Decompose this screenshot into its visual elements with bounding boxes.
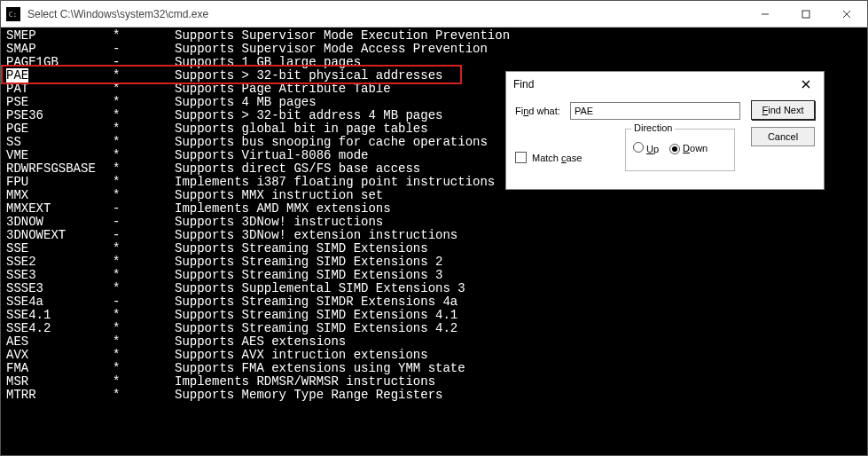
terminal-row: MMX*Supports MMX instruction set bbox=[6, 189, 862, 202]
match-case-option[interactable]: Match case bbox=[515, 152, 582, 163]
terminal-row: PAGE1GB-Supports 1 GB large pages bbox=[6, 56, 862, 69]
terminal-row: SSE2*Supports Streaming SIMD Extensions … bbox=[6, 256, 862, 269]
match-case-label: Match case bbox=[532, 153, 582, 163]
find-close-button[interactable] bbox=[795, 75, 817, 93]
find-titlebar[interactable]: Find bbox=[506, 72, 824, 97]
terminal-row: SSE4.1*Supports Streaming SIMD Extension… bbox=[6, 309, 862, 322]
minimize-button[interactable] bbox=[745, 1, 786, 27]
close-button[interactable] bbox=[826, 1, 867, 27]
direction-group: Direction Up Down bbox=[625, 129, 735, 171]
find-input[interactable] bbox=[570, 102, 740, 120]
find-next-button[interactable]: Find Next bbox=[751, 100, 815, 120]
terminal-row: SSSE3*Supports Supplemental SIMD Extensi… bbox=[6, 282, 862, 295]
terminal-row: SMEP*Supports Supervisor Mode Execution … bbox=[6, 29, 862, 43]
terminal-row: SSE*Supports Streaming SIMD Extensions bbox=[6, 242, 862, 256]
terminal-row: SSE4a-Supports Streaming SIMDR Extension… bbox=[6, 295, 862, 309]
find-title-text: Find bbox=[513, 78, 795, 90]
window-title: Select C:\Windows\system32\cmd.exe bbox=[26, 8, 745, 20]
terminal-row: AVX*Supports AVX intruction extensions bbox=[6, 349, 862, 362]
terminal-row: 3DNOW-Supports 3DNow! instructions bbox=[6, 216, 862, 229]
terminal-row: MTRR*Supports Memory Type Range Register… bbox=[6, 389, 862, 402]
match-case-checkbox[interactable] bbox=[515, 152, 527, 163]
window-controls bbox=[745, 1, 867, 27]
down-radio[interactable] bbox=[669, 144, 680, 154]
terminal-row: FMA*Supports FMA extensions using YMM st… bbox=[6, 362, 862, 375]
terminal-row: SSE4.2*Supports Streaming SIMD Extension… bbox=[6, 322, 862, 335]
terminal-row: 3DNOWEXT-Supports 3DNow! extension instr… bbox=[6, 229, 862, 242]
maximize-button[interactable] bbox=[786, 1, 826, 27]
direction-legend: Direction bbox=[631, 122, 675, 133]
cmd-window: C: Select C:\Windows\system32\cmd.exe SM… bbox=[0, 0, 868, 456]
cancel-button[interactable]: Cancel bbox=[751, 127, 815, 146]
direction-up-option[interactable]: Up bbox=[633, 142, 659, 154]
svg-rect-3 bbox=[802, 11, 809, 18]
find-what-label: Find what: bbox=[515, 106, 560, 116]
terminal-row: MSR*Implements RDMSR/WRMSR instructions bbox=[6, 375, 862, 389]
terminal-row: SMAP-Supports Supervisor Mode Access Pre… bbox=[6, 43, 862, 56]
titlebar[interactable]: C: Select C:\Windows\system32\cmd.exe bbox=[1, 1, 867, 28]
find-body: Find what: Find Next Cancel Match case D… bbox=[506, 97, 824, 189]
terminal-row: SSE3*Supports Streaming SIMD Extensions … bbox=[6, 269, 862, 282]
cmd-icon: C: bbox=[6, 7, 20, 21]
find-dialog: Find Find what: Find Next Cancel Match c… bbox=[505, 71, 825, 190]
terminal-row: MMXEXT-Implements AMD MMX extensions bbox=[6, 202, 862, 216]
up-radio[interactable] bbox=[633, 142, 644, 153]
direction-down-option[interactable]: Down bbox=[669, 143, 708, 154]
terminal-row: AES*Supports AES extensions bbox=[6, 335, 862, 349]
svg-text:C:: C: bbox=[9, 10, 17, 18]
